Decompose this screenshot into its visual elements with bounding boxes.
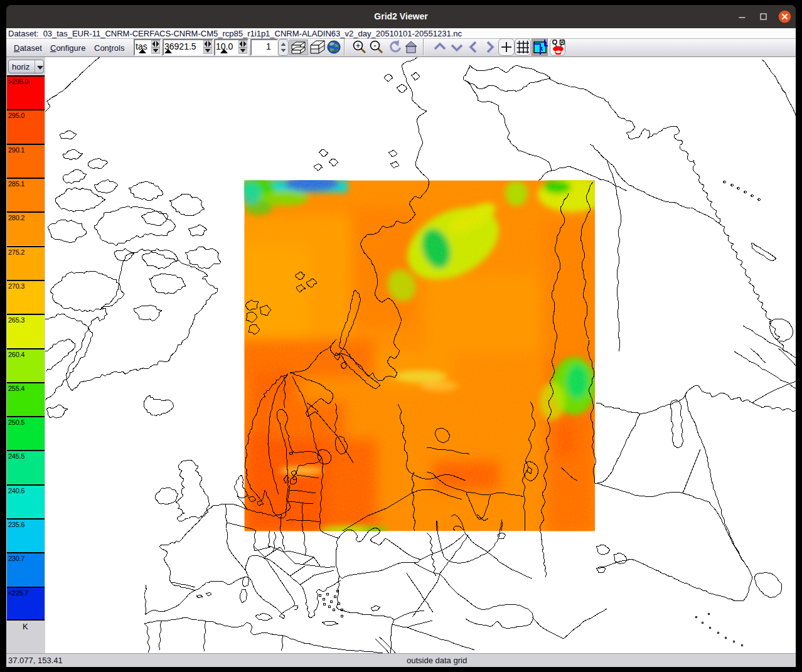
svg-text:-: -	[374, 41, 377, 50]
svg-text:+: +	[356, 41, 360, 50]
